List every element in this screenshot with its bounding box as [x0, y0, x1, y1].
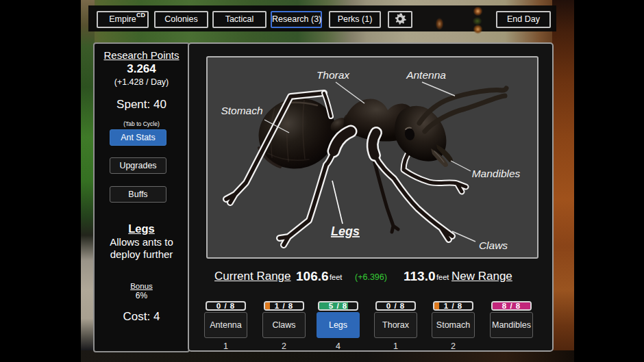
- svg-text:Legs: Legs: [331, 224, 360, 238]
- svg-text:Mandibles: Mandibles: [472, 168, 521, 179]
- svg-text:Thorax: Thorax: [317, 69, 350, 81]
- svg-text:Stomach: Stomach: [221, 105, 262, 116]
- svg-text:Claws: Claws: [479, 240, 508, 251]
- svg-text:Antenna: Antenna: [406, 69, 446, 81]
